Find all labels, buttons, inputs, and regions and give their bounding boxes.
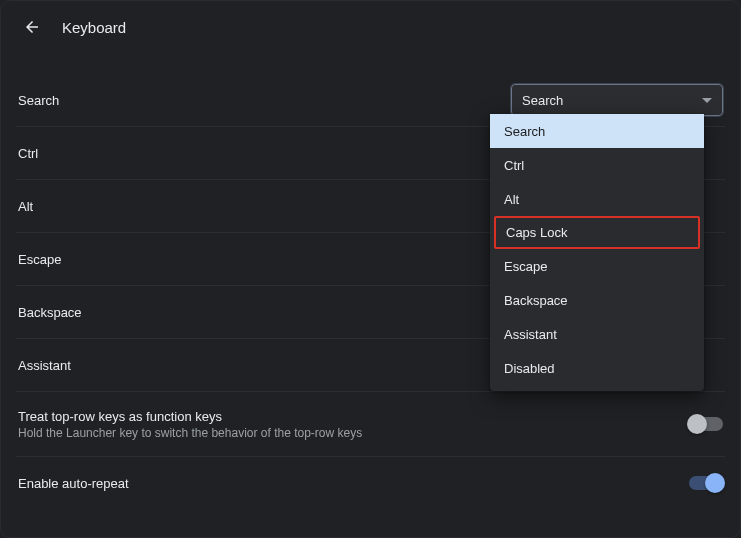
row-label-backspace: Backspace: [18, 305, 82, 320]
toggle-knob: [687, 414, 707, 434]
dropdown-item-backspace[interactable]: Backspace: [490, 283, 704, 317]
function-keys-toggle[interactable]: [689, 417, 723, 431]
row-label-search: Search: [18, 93, 59, 108]
dropdown-item-assistant[interactable]: Assistant: [490, 317, 704, 351]
settings-header: Keyboard: [0, 0, 741, 54]
dropdown-item-alt[interactable]: Alt: [490, 182, 704, 216]
auto-repeat-label: Enable auto-repeat: [18, 476, 129, 491]
dropdown-item-capslock[interactable]: Caps Lock: [494, 216, 700, 249]
row-label-assistant: Assistant: [18, 358, 71, 373]
search-key-select[interactable]: Search: [511, 84, 723, 116]
dropdown-item-search[interactable]: Search: [490, 114, 704, 148]
caret-down-icon: [702, 98, 712, 103]
row-label-alt: Alt: [18, 199, 33, 214]
search-key-dropdown[interactable]: Search Ctrl Alt Caps Lock Escape Backspa…: [490, 114, 704, 391]
row-label-ctrl: Ctrl: [18, 146, 38, 161]
back-arrow-icon[interactable]: [22, 17, 42, 37]
toggle-knob: [705, 473, 725, 493]
function-keys-subtitle: Hold the Launcher key to switch the beha…: [18, 426, 362, 440]
page-title: Keyboard: [62, 19, 126, 36]
select-value: Search: [522, 93, 563, 108]
function-keys-title: Treat top-row keys as function keys: [18, 409, 362, 424]
dropdown-item-disabled[interactable]: Disabled: [490, 351, 704, 385]
auto-repeat-toggle[interactable]: [689, 476, 723, 490]
row-function-keys: Treat top-row keys as function keys Hold…: [16, 392, 725, 457]
dropdown-item-escape[interactable]: Escape: [490, 249, 704, 283]
row-auto-repeat: Enable auto-repeat: [16, 457, 725, 509]
row-label-escape: Escape: [18, 252, 61, 267]
dropdown-item-ctrl[interactable]: Ctrl: [490, 148, 704, 182]
